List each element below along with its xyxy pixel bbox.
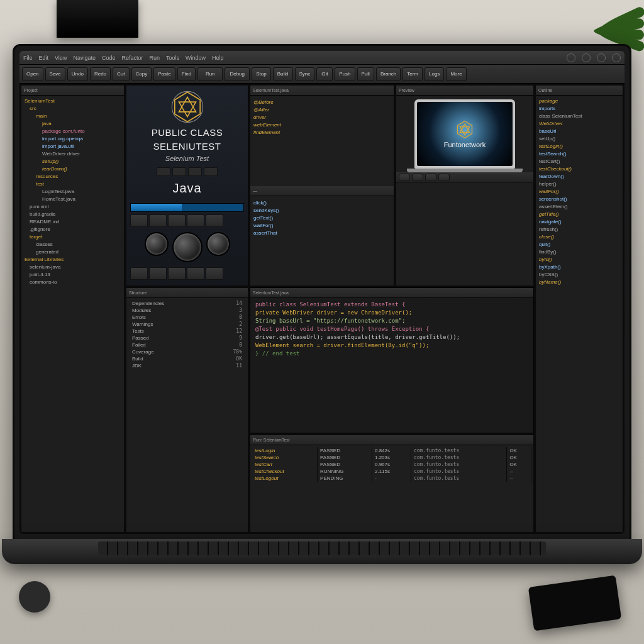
menu-item[interactable]: Code xyxy=(102,55,116,61)
toolbar-button[interactable]: Cut xyxy=(113,67,129,81)
preview-button[interactable] xyxy=(412,174,423,181)
preview-button[interactable] xyxy=(425,174,436,181)
outline-item[interactable]: testSearch() xyxy=(538,150,621,158)
outline-item[interactable]: testCheckout() xyxy=(538,165,621,173)
stop-button[interactable]: Stop xyxy=(252,67,270,81)
tree-item[interactable]: commons-io xyxy=(23,279,122,286)
tree-item[interactable]: import java.util xyxy=(23,143,122,150)
control-button[interactable] xyxy=(187,214,204,227)
tree-item[interactable]: import org.openqa xyxy=(23,135,122,143)
outline-item[interactable]: byCSS() xyxy=(538,271,621,279)
editor-tab[interactable]: SeleniumTest.java xyxy=(253,291,289,295)
list-item[interactable]: getText() xyxy=(252,214,392,222)
list-item[interactable]: @Before xyxy=(252,99,392,106)
menu-item[interactable]: View xyxy=(55,55,67,61)
outline-item[interactable]: waitFor() xyxy=(538,188,621,196)
tree-item[interactable]: WebDriver driver xyxy=(23,150,122,158)
list-item[interactable]: webElement xyxy=(252,121,392,129)
toolbar-button[interactable]: Open xyxy=(22,67,43,81)
outline-item[interactable]: quit() xyxy=(538,241,621,248)
outline-item[interactable]: package xyxy=(538,97,621,105)
outline-item[interactable]: imports xyxy=(538,105,621,113)
outline-item[interactable]: testLogin() xyxy=(538,143,621,150)
outline-item[interactable]: byId() xyxy=(538,256,621,264)
tree-item[interactable]: build.gradle xyxy=(23,211,122,218)
outline-item[interactable]: refresh() xyxy=(538,226,621,233)
outline-item[interactable]: byXpath() xyxy=(538,264,621,271)
list-item[interactable]: driver xyxy=(252,114,392,121)
dial-control[interactable] xyxy=(172,232,203,262)
outline-item[interactable]: screenshot() xyxy=(538,196,621,203)
control-button[interactable] xyxy=(206,214,223,227)
tree-item[interactable]: src xyxy=(23,105,122,113)
table-row[interactable]: testCartPASSED0.967scom.funto.testsOK xyxy=(252,461,531,468)
outline-item[interactable]: class SeleniumTest xyxy=(538,113,621,120)
toolbar-button[interactable]: More xyxy=(446,67,466,81)
toolbar-button[interactable]: Build xyxy=(273,67,293,81)
table-row[interactable]: testCheckoutRUNNING2.115scom.funto.tests… xyxy=(252,468,531,475)
project-tree[interactable]: SeleniumTestsrcmainjavapackage com.funto… xyxy=(21,96,124,532)
toolbar-button[interactable]: Git xyxy=(316,67,333,81)
list-item[interactable]: click() xyxy=(252,199,392,207)
control-button[interactable] xyxy=(206,267,223,280)
control-button[interactable] xyxy=(168,267,186,280)
settings-icon[interactable] xyxy=(567,53,575,62)
structure-list[interactable]: @Before@AfterdriverwebElementfindElement xyxy=(250,97,394,185)
structure-list-2[interactable]: click()sendKeys()getText()waitFor()asser… xyxy=(250,197,394,286)
table-row[interactable]: testLoginPASSED0.842scom.funto.testsOK xyxy=(252,447,531,454)
tree-item[interactable]: pom.xml xyxy=(23,203,122,211)
outline-item[interactable]: byName() xyxy=(538,279,621,286)
dial-control[interactable] xyxy=(145,232,169,256)
control-button[interactable] xyxy=(149,214,167,227)
menu-item[interactable]: Run xyxy=(149,55,160,61)
list-item[interactable]: @After xyxy=(252,106,392,114)
outline-item[interactable]: testCart() xyxy=(538,158,621,165)
tree-item[interactable]: setUp() xyxy=(23,158,122,165)
table-row[interactable]: testSearchPASSED1.203scom.funto.testsOK xyxy=(252,454,531,461)
outline-item[interactable]: getTitle() xyxy=(538,211,621,218)
test-results-table[interactable]: testLoginPASSED0.842scom.funto.testsOKte… xyxy=(252,447,531,482)
power-icon[interactable] xyxy=(612,53,621,62)
outline-item[interactable]: close() xyxy=(538,233,621,241)
toolbar-button[interactable]: Find xyxy=(177,67,196,81)
outline-item[interactable]: helper() xyxy=(538,180,621,188)
menu-item[interactable]: Navigate xyxy=(73,55,96,61)
toolbar-button[interactable]: Paste xyxy=(153,67,175,81)
tree-item[interactable]: resources xyxy=(23,173,122,180)
code-editor[interactable]: SeleniumTest.java public class SeleniumT… xyxy=(250,287,534,433)
toolbar-button[interactable]: Pull xyxy=(357,67,374,81)
tree-item[interactable]: HomeTest.java xyxy=(23,196,122,203)
profile-icon[interactable] xyxy=(597,53,606,62)
mode-chip[interactable] xyxy=(157,167,170,176)
outline-item[interactable]: navigate() xyxy=(538,218,621,226)
tree-item[interactable]: main xyxy=(23,113,122,120)
preview-button[interactable] xyxy=(438,174,450,181)
control-button[interactable] xyxy=(187,267,204,280)
menu-item[interactable]: Help xyxy=(212,55,224,61)
notifications-icon[interactable] xyxy=(582,53,591,62)
control-button[interactable] xyxy=(168,214,186,227)
toolbar-button[interactable]: Term xyxy=(402,67,423,81)
tree-item[interactable]: java xyxy=(23,120,122,128)
list-item[interactable]: waitFor() xyxy=(252,222,392,230)
outline-item[interactable]: tearDown() xyxy=(538,173,621,180)
toolbar-button[interactable]: Branch xyxy=(376,67,401,81)
tree-item[interactable]: classes xyxy=(23,241,122,248)
outline-item[interactable]: WebDriver xyxy=(538,120,621,128)
dial-control[interactable] xyxy=(206,232,230,256)
mode-chip[interactable] xyxy=(204,167,218,176)
menu-item[interactable]: File xyxy=(23,55,33,61)
list-item[interactable]: findElement xyxy=(252,129,392,136)
toolbar-button[interactable]: Undo xyxy=(67,67,88,81)
list-item[interactable]: sendKeys() xyxy=(252,207,392,214)
preview-button[interactable] xyxy=(399,174,410,181)
menu-item[interactable]: Edit xyxy=(39,55,49,61)
outline-list[interactable]: packageimportsclass SeleniumTest WebDriv… xyxy=(536,96,623,532)
outline-item[interactable]: findBy() xyxy=(538,248,621,256)
tree-item[interactable]: LoginTest.java xyxy=(23,188,122,196)
control-button[interactable] xyxy=(149,267,167,280)
tree-item[interactable]: junit-4.13 xyxy=(23,271,122,279)
menu-item[interactable]: Tools xyxy=(166,55,179,61)
tree-item[interactable]: target xyxy=(23,233,122,241)
tree-item[interactable]: tearDown() xyxy=(23,165,122,173)
